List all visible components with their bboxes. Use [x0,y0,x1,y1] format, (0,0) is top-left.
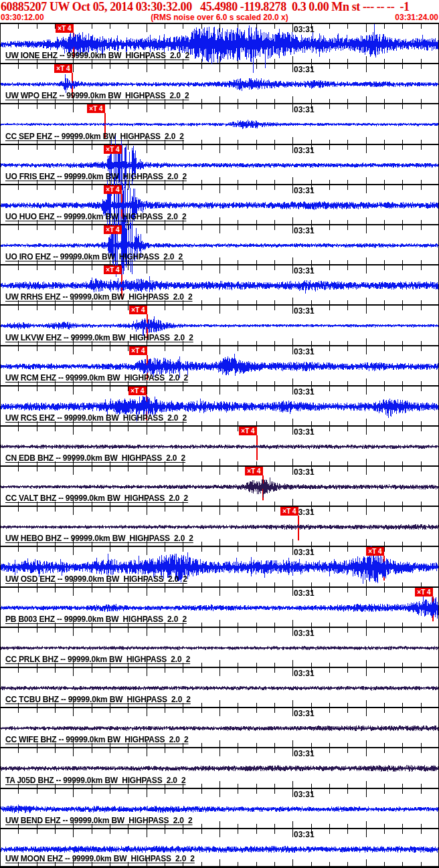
trace-label: UW IONE EHZ -- 99999.0km BW HIGHPASS 2.0… [5,51,189,60]
pick-flag[interactable]: ×T 4 [245,467,263,475]
trace-label: CC PRLK BHZ -- 99999.0km BW HIGHPASS 2.0… [5,655,190,664]
minute-label: 03:31 [294,106,315,114]
pick-flag[interactable]: ×T 4 [415,588,433,596]
minute-label: 03:31 [294,750,315,758]
pick-flag[interactable]: ×T 4 [129,306,147,314]
trace-label: UW RCM EHZ -- 99999.0km BW HIGHPASS 2.0 … [5,374,188,383]
trace-label: UW RRHS EHZ -- 99999.0km BW HIGHPASS 2.0… [5,293,193,302]
pick-flag[interactable]: ×T 4 [104,265,122,274]
minute-label: 03:31 [294,428,315,436]
minute-label: 03:31 [294,669,315,677]
minute-label: 03:31 [294,227,315,235]
trace-label: CC WIFE BHZ -- 99999.0km BW HIGHPASS 2.0… [5,736,189,744]
trace-label: UW LKVW EHZ -- 99999.0km BW HIGHPASS 2.0… [5,334,193,342]
pick-flag[interactable]: ×T 4 [129,346,147,355]
trace-label: UO IRO EHZ -- 99999.0km BW HIGHPASS 2.0 … [5,253,183,261]
pick-flag[interactable]: ×T 4 [366,547,384,556]
trace-label: PB B003 EHZ -- 99999.0km BW HIGHPASS 2.0… [5,615,187,624]
waveform-review-window: 60885207 UW Oct 05, 2014 03:30:32.00 45.… [0,0,439,868]
window-end-time: 03:31:24.00 [395,13,438,22]
trace-label: UW RCS EHZ -- 99999.0km BW HIGHPASS 2.0 … [5,414,187,423]
rms-scale-note: (RMS noise over 6.0 s scaled 20.0 x) [0,13,439,22]
pick-flag[interactable]: ×T 4 [128,387,147,395]
minute-label: 03:31 [294,66,315,74]
pick-flag[interactable]: ×T 4 [239,427,257,435]
minute-label: 03:31 [294,388,315,396]
pick-flag[interactable]: ×T 4 [104,225,122,234]
pick-flag[interactable]: ×T 4 [104,185,122,194]
minute-label: 03:31 [294,790,315,798]
minute-label: 03:31 [294,25,315,33]
pick-flag[interactable]: ×T 4 [87,104,105,113]
trace-label: CC VALT BHZ -- 99999.0km BW HIGHPASS 2.0… [5,494,188,503]
trace-label: UW WPO EHZ -- 99999.0km BW HIGHPASS 2.0 … [5,92,189,100]
minute-label: 03:31 [294,548,315,556]
pick-flag[interactable]: ×T 4 [280,507,298,516]
minute-label: 03:31 [294,831,315,839]
trace-label: UW BEND EHZ -- 99999.0km BW HIGHPASS 2.0… [5,817,193,825]
trace-label: UO FRIS EHZ -- 99999.0km BW HIGHPASS 2.0… [5,173,187,181]
header: 60885207 UW Oct 05, 2014 03:30:32.00 45.… [0,0,439,23]
minute-label: 03:31 [294,629,315,637]
pick-flag[interactable]: ×T 4 [104,145,122,154]
trace-label: UW MOON EHZ -- 99999.0km BW HIGHPASS 2.0… [5,855,195,863]
trace-label: CC TCBU BHZ -- 99999.0km BW HIGHPASS 2.0… [5,695,191,704]
minute-label: 03:31 [294,187,315,195]
trace-label: CC SEP EHZ -- 99999.0km BW HIGHPASS 2.0 … [5,132,184,141]
trace-label: UW HEBO BHZ -- 99999.0km BW HIGHPASS 2.0… [5,534,193,543]
event-summary-line: 60885207 UW Oct 05, 2014 03:30:32.00 45.… [1,0,439,14]
minute-label: 03:31 [294,267,315,275]
minute-label: 03:31 [294,146,315,154]
minute-label: 03:31 [294,710,315,718]
minute-label: 03:31 [294,348,315,356]
pick-flag[interactable]: ×T 4 [54,64,72,73]
trace-label: TA J05D BHZ -- 99999.0km BW HIGHPASS 2.0… [5,776,186,785]
minute-label: 03:31 [294,589,315,597]
trace-label: UO HUO EHZ -- 99999.0km BW HIGHPASS 2.0 … [5,213,186,221]
trace-label: CN EDB BHZ -- 99999.0km BW HIGHPASS 2.0 … [5,454,185,463]
minute-label: 03:31 [294,468,315,476]
pick-flag[interactable]: ×T 4 [56,24,74,33]
trace-area: UW IONE EHZ -- 99999.0km BW HIGHPASS 2.0… [0,23,439,868]
trace-label: UW OSD EHZ -- 99999.0km BW HIGHPASS 2.0 … [5,575,187,584]
minute-label: 03:31 [294,307,315,315]
